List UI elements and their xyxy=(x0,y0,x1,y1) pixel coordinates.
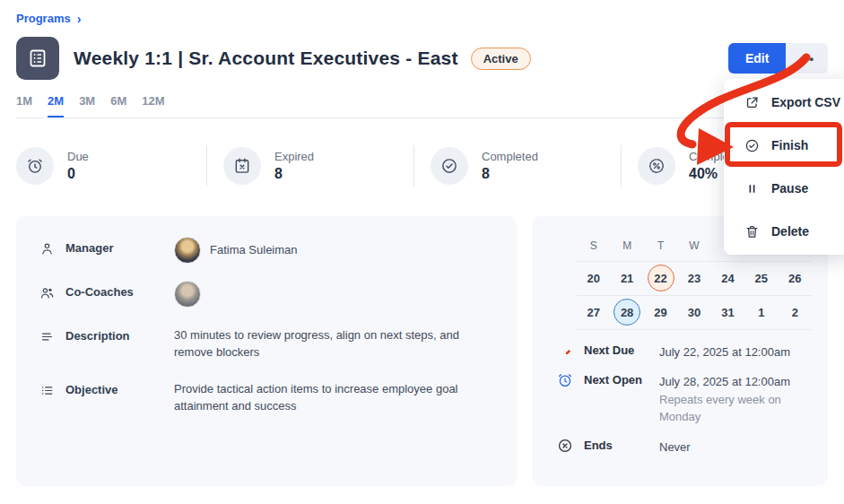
calendar-day[interactable]: 31 xyxy=(714,299,741,326)
stat-label: Expired xyxy=(274,150,314,163)
manager-name: Fatima Suleiman xyxy=(210,242,298,259)
menu-item-label: Finish xyxy=(771,138,808,152)
stat-value: 8 xyxy=(482,166,538,182)
schedule-details: Next Due July 22, 2025 at 12:00am Next O… xyxy=(557,343,806,456)
stat-completed: Completed 8 xyxy=(414,147,621,185)
bullet-list-icon xyxy=(39,383,55,398)
content-area: Manager Fatima Suleiman Co-Coaches Descr… xyxy=(16,216,828,486)
header-actions: Edit ••• xyxy=(728,43,828,74)
circle-x-icon xyxy=(557,438,573,454)
percent-badge-icon xyxy=(638,147,675,185)
calendar-day[interactable]: 20 xyxy=(580,265,607,291)
check-circle-icon xyxy=(431,147,468,185)
menu-item-label: Pause xyxy=(771,181,808,196)
manager-label: Manager xyxy=(65,241,113,255)
breadcrumb: Programs › xyxy=(16,0,828,25)
stat-value: 8 xyxy=(274,166,314,182)
co-coaches-label: Co-Coaches xyxy=(65,285,134,299)
calendar-day[interactable]: 26 xyxy=(781,265,808,291)
time-range-tabs: 1M 2M 3M 6M 12M xyxy=(16,94,828,118)
more-actions-button[interactable]: ••• xyxy=(786,43,828,74)
menu-item-pause[interactable]: Pause xyxy=(724,167,844,210)
more-actions-menu: Export CSV Finish Pause Delete xyxy=(724,79,844,255)
calendar-day[interactable]: 21 xyxy=(613,265,640,291)
calendar-week-row: 20 21 22 23 24 25 26 xyxy=(577,261,812,295)
stat-due: Due 0 xyxy=(16,147,206,185)
ends-value: Never xyxy=(659,438,691,456)
stat-expired: Expired 8 xyxy=(207,147,413,185)
person-icon xyxy=(39,241,55,256)
calendar-day[interactable]: 30 xyxy=(681,299,708,326)
calendar-day[interactable]: 1 xyxy=(748,299,775,326)
description-row: Description 30 minutes to review progres… xyxy=(39,325,493,361)
objective-label: Objective xyxy=(65,383,118,396)
calendar-week-row: 27 28 29 30 31 1 2 xyxy=(577,295,812,329)
next-open-label: Next Open xyxy=(584,372,648,426)
menu-item-label: Delete xyxy=(771,224,809,239)
schedule-card: S M T W T F S 20 21 22 23 24 xyxy=(532,216,828,486)
chevron-right-icon: › xyxy=(77,13,82,25)
tab-1m[interactable]: 1M xyxy=(16,94,32,117)
objective-row: Objective Provide tactical action items … xyxy=(39,378,493,415)
objective-text: Provide tactical action items to increas… xyxy=(174,381,493,415)
alarm-clock-icon xyxy=(557,372,573,388)
next-open-value: July 28, 2025 at 12:00am xyxy=(659,375,790,388)
trash-icon xyxy=(744,224,760,239)
co-coach-avatar[interactable] xyxy=(174,281,201,308)
calendar-day[interactable]: 2 xyxy=(781,299,808,326)
calendar-day[interactable]: 23 xyxy=(681,265,708,291)
page-title: Weekly 1:1 | Sr. Account Executives - Ea… xyxy=(74,48,458,69)
calendar-day[interactable]: 25 xyxy=(748,265,775,291)
calendar-day[interactable]: 24 xyxy=(714,265,741,291)
next-open-row: Next Open July 28, 2025 at 12:00am Repea… xyxy=(557,372,806,426)
menu-item-label: Export CSV xyxy=(771,95,840,109)
alarm-clock-icon xyxy=(16,147,54,185)
pause-icon xyxy=(744,181,760,196)
stat-label: Completed xyxy=(482,150,538,163)
stats-row: Due 0 Expired 8 Completed 8 Completion R… xyxy=(16,118,828,195)
people-icon xyxy=(39,285,55,300)
calendar-day-open[interactable]: 28 xyxy=(613,299,640,326)
page-header: Weekly 1:1 | Sr. Account Executives - Ea… xyxy=(16,37,828,80)
text-lines-icon xyxy=(39,329,55,344)
calendar-day-due[interactable]: 22 xyxy=(648,265,674,291)
day-header: T xyxy=(644,230,677,261)
calendar-day[interactable]: 29 xyxy=(648,299,674,326)
next-due-value: July 22, 2025 at 12:00am xyxy=(659,343,790,361)
day-header: W xyxy=(677,230,710,261)
tab-6m[interactable]: 6M xyxy=(110,94,126,117)
day-header: M xyxy=(610,230,643,261)
day-header: S xyxy=(577,230,610,261)
menu-item-export-csv[interactable]: Export CSV xyxy=(724,81,844,124)
check-circle-icon xyxy=(744,138,760,153)
calendar-day[interactable]: 27 xyxy=(580,299,607,326)
edit-button[interactable]: Edit xyxy=(728,43,786,74)
ends-label: Ends xyxy=(584,438,648,456)
manager-avatar[interactable] xyxy=(174,237,201,264)
program-details-card: Manager Fatima Suleiman Co-Coaches Descr… xyxy=(16,216,517,486)
ends-row: Ends Never xyxy=(557,438,806,456)
stat-label: Due xyxy=(67,150,89,163)
co-coaches-row: Co-Coaches xyxy=(39,281,493,308)
tab-3m[interactable]: 3M xyxy=(79,94,95,117)
next-due-label: Next Due xyxy=(584,343,648,361)
description-text: 30 minutes to review progress, align on … xyxy=(174,327,493,361)
program-icon xyxy=(16,37,59,80)
tab-2m[interactable]: 2M xyxy=(48,94,64,117)
repeat-note: Repeats every week on Monday xyxy=(659,393,781,424)
list-board-icon xyxy=(27,48,48,69)
menu-item-finish[interactable]: Finish xyxy=(724,124,844,167)
calendar-x-icon xyxy=(223,147,261,185)
breadcrumb-programs-link[interactable]: Programs xyxy=(16,12,71,25)
program-detail-page: Programs › Weekly 1:1 | Sr. Account Exec… xyxy=(0,0,844,504)
status-badge: Active xyxy=(471,48,531,70)
tab-12m[interactable]: 12M xyxy=(142,94,164,117)
next-due-row: Next Due July 22, 2025 at 12:00am xyxy=(557,343,806,361)
export-icon xyxy=(744,95,760,110)
manager-row: Manager Fatima Suleiman xyxy=(39,237,493,264)
menu-item-delete[interactable]: Delete xyxy=(724,210,844,253)
document-pencil-icon xyxy=(557,343,573,359)
stat-value: 0 xyxy=(67,166,89,182)
description-label: Description xyxy=(65,329,130,343)
